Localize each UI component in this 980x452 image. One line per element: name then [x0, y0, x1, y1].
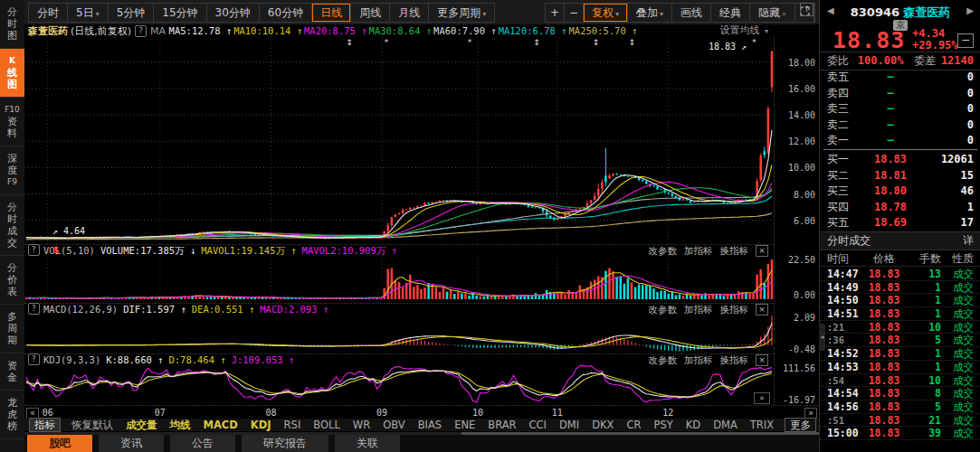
period-button-5日[interactable]: 5日▾	[68, 4, 109, 22]
weibi-row: 委比 100.00% 委差 12140	[820, 52, 980, 71]
tool-button-复权[interactable]: 复权▾	[584, 4, 628, 22]
sidebar-item-分时图[interactable]: 分时图	[0, 0, 24, 49]
indicator-tab-DMA[interactable]: DMA	[713, 419, 737, 431]
period-button-日线[interactable]: 日线	[312, 4, 351, 22]
book-row-买五: 买五18.6917	[820, 215, 980, 231]
link-加指标[interactable]: 加指标	[684, 244, 713, 257]
sidebar-item-分价表[interactable]: 分价表	[0, 256, 24, 305]
bottom-tab-股吧[interactable]: 股吧	[27, 435, 92, 452]
event-marker-icon[interactable]: ↕	[534, 38, 541, 47]
indicator-tab-CR[interactable]: CR	[626, 419, 641, 431]
indicator-tab-BIAS[interactable]: BIAS	[418, 419, 442, 431]
collapse-quote-button[interactable]: −	[957, 33, 974, 48]
indicator-tab-成交量[interactable]: 成交量	[126, 419, 157, 431]
indicator-tab-DKX[interactable]: DKX	[592, 419, 614, 431]
close-indicator-icon[interactable]: ×	[756, 245, 768, 257]
bottom-tab-研究报告[interactable]: 研究报告	[242, 435, 328, 452]
period-button-5分钟[interactable]: 5分钟	[109, 4, 155, 22]
help-icon[interactable]: ?	[28, 353, 40, 365]
period-button-周线[interactable]: 周线	[351, 4, 390, 22]
macd-title: MACD(12,26,9)	[43, 303, 118, 315]
indicator-tab-BRAR[interactable]: BRAR	[488, 419, 516, 431]
tape-row: 14:5118.831成交	[820, 307, 980, 321]
tool-button-经典[interactable]: 经典	[711, 4, 750, 22]
indicator-tab-指标[interactable]: 指标	[29, 418, 61, 432]
indicator-tab-恢复默认[interactable]: 恢复默认	[71, 419, 113, 431]
panel-expand-icon[interactable]: ↑	[800, 3, 813, 16]
indicator-tab-ENE[interactable]: ENE	[454, 419, 475, 431]
indicator-tab-BOLL[interactable]: BOLL	[313, 419, 340, 431]
zoom-out-button[interactable]: −	[565, 4, 584, 22]
event-marker-icon[interactable]: *	[752, 38, 756, 47]
sidebar-item-深度F9[interactable]: 深度F9	[0, 146, 24, 195]
sidebar-item-分时成交[interactable]: 分时成交	[0, 195, 24, 256]
indicator-tab-WR[interactable]: WR	[353, 419, 370, 431]
link-改参数[interactable]: 改参数	[649, 353, 678, 366]
indicator-tab-MACD[interactable]: MACD	[204, 419, 238, 431]
sidebar-item-龙虎榜[interactable]: 龙虎榜	[0, 391, 24, 439]
help-icon[interactable]: ?	[135, 25, 147, 37]
link-改参数[interactable]: 改参数	[649, 303, 678, 315]
zoom-in-button[interactable]: +	[546, 4, 565, 22]
axis-tick: 22.50	[788, 255, 815, 265]
kdj-expand-icon[interactable]: »	[754, 392, 770, 404]
indicator-tab-KD[interactable]: KD	[686, 419, 700, 431]
help-icon[interactable]: ?	[28, 244, 40, 256]
month-label: 11	[552, 408, 563, 418]
tool-button-画线[interactable]: 画线	[672, 4, 711, 22]
indicator-value: J:109.053 ↑	[232, 353, 295, 366]
event-marker-icon[interactable]: *	[468, 38, 472, 47]
tool-button-叠加[interactable]: 叠加▾	[628, 4, 672, 22]
close-indicator-icon[interactable]: ×	[756, 304, 768, 315]
link-换指标[interactable]: 换指标	[720, 303, 749, 315]
period-button-更多周期[interactable]: 更多周期▾	[429, 4, 494, 22]
book-row-卖五: 卖五—0	[820, 70, 980, 86]
bottom-tab-关联[interactable]: 关联	[335, 435, 400, 452]
link-加指标[interactable]: 加指标	[684, 303, 713, 315]
tape-detail-link[interactable]: 详	[963, 232, 974, 250]
event-marker-icon[interactable]: ↕	[347, 38, 354, 47]
period-button-月线[interactable]: 月线	[390, 4, 429, 22]
period-button-15分钟[interactable]: 15分钟	[154, 4, 206, 22]
help-icon[interactable]: ?	[28, 303, 40, 315]
chart-header: 森萱医药(日线,前复权)?MA MA5:12.78 ↑MA10:10.14 ↑M…	[24, 24, 819, 37]
sidebar-item-资金[interactable]: 资金	[0, 353, 24, 391]
axis-tick: -0.48	[788, 344, 815, 354]
ma-settings-button[interactable]: 设置均线 ▾	[719, 24, 768, 38]
book-row-买三: 买三18.8046	[820, 184, 980, 200]
indicator-tab-RSI[interactable]: RSI	[284, 419, 301, 431]
tape-row: :3618.835成交	[820, 334, 980, 347]
dividend-marker-icon[interactable]: $	[52, 244, 60, 256]
indicator-tab-更多[interactable]: 更多	[785, 418, 816, 432]
period-button-60分钟[interactable]: 60分钟	[260, 4, 312, 22]
indicator-tab-TRIX[interactable]: TRIX	[750, 419, 774, 431]
sidebar-item-K线图[interactable]: K线图	[0, 49, 24, 98]
link-换指标[interactable]: 换指标	[720, 353, 749, 366]
month-label: 08	[265, 408, 276, 418]
sidebar-item-F10资料[interactable]: F10资料	[0, 98, 24, 146]
last-price-annotation: 18.83 ↗	[709, 42, 747, 52]
link-改参数[interactable]: 改参数	[649, 244, 678, 257]
event-marker-icon[interactable]: *	[385, 38, 389, 47]
bottom-tab-资讯[interactable]: 资讯	[99, 435, 164, 452]
tape-row: :2118.8310成交	[820, 321, 980, 334]
close-indicator-icon[interactable]: ×	[756, 354, 768, 366]
indicator-tab-CCI[interactable]: CCI	[529, 419, 547, 431]
indicator-tab-均线[interactable]: 均线	[170, 419, 191, 431]
book-row-卖三: 卖三—0	[820, 101, 980, 118]
next-stock-arrow[interactable]: ▶	[966, 5, 974, 15]
indicator-tab-OBV[interactable]: OBV	[383, 419, 404, 431]
indicator-tab-DMI[interactable]: DMI	[559, 419, 579, 431]
price-change: +4.34 +29.95%	[912, 28, 958, 52]
link-加指标[interactable]: 加指标	[684, 353, 713, 366]
tool-button-隐藏[interactable]: 隐藏»	[750, 4, 795, 22]
bottom-tab-公告[interactable]: 公告	[170, 435, 235, 452]
event-marker-icon[interactable]: ↕	[593, 38, 600, 47]
sidebar-item-多周期[interactable]: 多周期	[0, 305, 24, 353]
link-换指标[interactable]: 换指标	[720, 244, 749, 257]
period-button-30分钟[interactable]: 30分钟	[207, 4, 260, 22]
indicator-tab-PSY[interactable]: PSY	[654, 419, 673, 431]
event-marker-icon[interactable]: ↕	[629, 38, 636, 47]
indicator-tab-KDJ[interactable]: KDJ	[251, 419, 271, 431]
period-button-分时[interactable]: 分时	[29, 4, 68, 22]
